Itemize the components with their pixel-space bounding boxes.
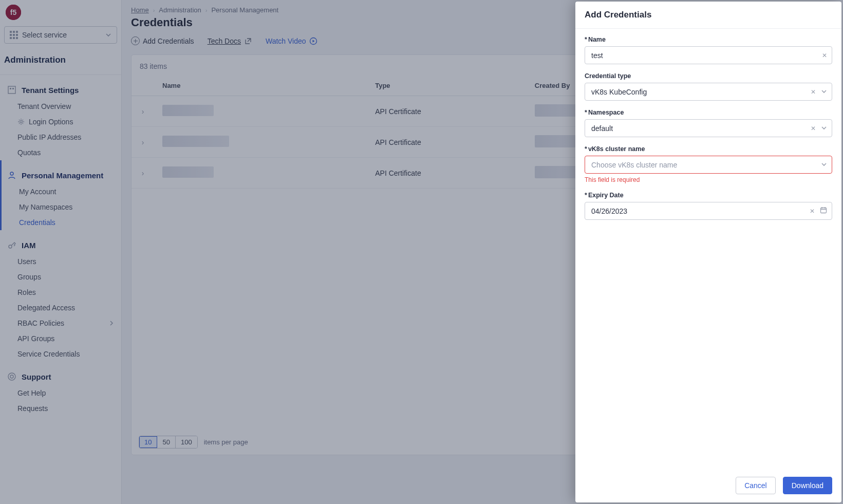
clear-icon[interactable]: ✕	[822, 52, 827, 59]
chevron-down-icon[interactable]	[821, 87, 827, 97]
expiry-date-input[interactable]	[585, 202, 832, 220]
field-namespace: *Namespace default ✕	[585, 109, 832, 137]
field-label: *Name	[585, 36, 832, 43]
field-credential-type: Credential type vK8s KubeConfig ✕	[585, 72, 832, 101]
field-label: *Namespace	[585, 109, 832, 116]
clear-icon[interactable]: ✕	[810, 208, 815, 215]
field-label: *vK8s cluster name	[585, 145, 832, 153]
download-button[interactable]: Download	[783, 477, 832, 494]
field-expiry-date: *Expiry Date ✕	[585, 192, 832, 220]
namespace-select[interactable]: default	[585, 119, 832, 137]
clear-icon[interactable]: ✕	[811, 125, 816, 132]
field-cluster-name: *vK8s cluster name Choose vK8s cluster n…	[585, 145, 832, 183]
drawer-title: Add Credentials	[575, 2, 841, 29]
clear-icon[interactable]: ✕	[811, 88, 816, 96]
cancel-button[interactable]: Cancel	[736, 477, 776, 494]
field-label: Credential type	[585, 72, 832, 80]
add-credentials-drawer: Add Credentials *Name ✕ Credential type …	[575, 2, 841, 502]
chevron-down-icon[interactable]	[821, 124, 827, 133]
field-label: *Expiry Date	[585, 192, 832, 199]
calendar-icon[interactable]	[820, 207, 827, 216]
credential-type-select[interactable]: vK8s KubeConfig	[585, 83, 832, 101]
name-input[interactable]	[585, 46, 832, 64]
field-error: This field is required	[585, 176, 832, 183]
cluster-name-select[interactable]: Choose vK8s cluster name	[585, 156, 832, 174]
svg-rect-11	[821, 208, 827, 213]
chevron-down-icon[interactable]	[821, 160, 827, 170]
field-name: *Name ✕	[585, 36, 832, 64]
